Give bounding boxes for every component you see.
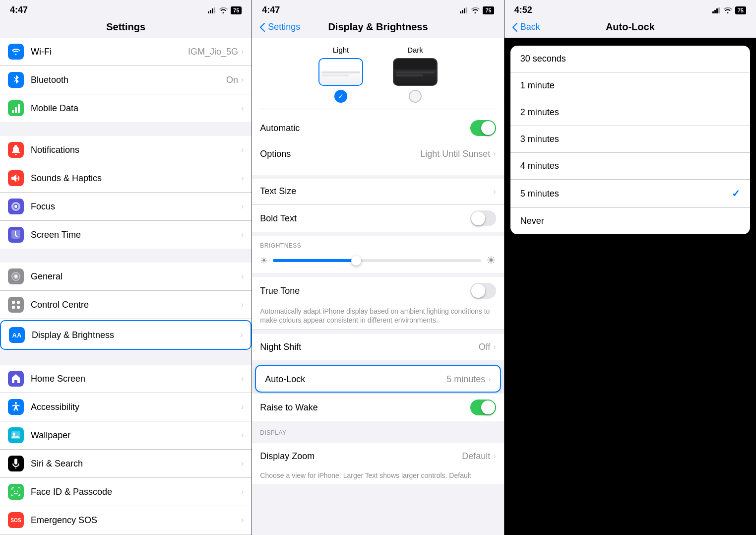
display-zoom-value: Default — [462, 451, 490, 462]
settings-item-focus[interactable]: Focus › — [0, 193, 252, 221]
focus-icon-svg — [11, 202, 20, 211]
status-icons-2: 75 — [460, 6, 494, 14]
brightness-slider-thumb — [351, 256, 361, 266]
svg-point-9 — [15, 275, 17, 278]
night-shift-item[interactable]: Night Shift Off › — [252, 334, 504, 360]
svg-rect-23 — [712, 11, 714, 13]
sun-small-icon: ☀ — [260, 255, 268, 266]
automatic-row: Automatic Options Light Until Sunset › — [260, 109, 496, 167]
settings-list: Wi-Fi IGM_Jio_5G › Bluetooth On › — [0, 38, 252, 535]
auto-lock-option-2m[interactable]: 2 minutes — [510, 99, 750, 126]
svg-rect-4 — [12, 110, 14, 113]
settings-item-screen-time[interactable]: Screen Time › — [0, 221, 252, 249]
automatic-label: Automatic — [260, 123, 470, 134]
bold-text-toggle[interactable] — [470, 210, 496, 226]
svg-rect-11 — [17, 301, 20, 304]
settings-item-accessibility[interactable]: Accessibility › — [0, 393, 252, 421]
accessibility-icon-svg — [11, 402, 20, 412]
panel3-content: 4:52 75 — [504, 0, 756, 535]
battery-badge-3: 75 — [735, 6, 746, 14]
display-brightness-icon-text: AA — [12, 332, 22, 339]
emergency-sos-icon: SOS — [8, 512, 24, 528]
settings-item-face-id[interactable]: Face ID & Passcode › — [0, 478, 252, 506]
options-item[interactable]: Options Light Until Sunset › — [260, 141, 496, 167]
display-zoom-chevron: › — [493, 452, 496, 461]
general-label: General — [31, 271, 241, 282]
dark-preview-content — [394, 69, 437, 85]
auto-lock-3m-label: 3 minutes — [520, 134, 559, 144]
light-preview-content — [319, 69, 362, 85]
auto-lock-option-5m[interactable]: 5 minutes ✓ — [510, 180, 750, 208]
focus-icon — [8, 199, 24, 214]
true-tone-toggle[interactable] — [470, 283, 496, 299]
settings-item-wifi[interactable]: Wi-Fi IGM_Jio_5G › — [0, 38, 252, 66]
light-mode-option[interactable]: Light ✓ — [318, 46, 363, 103]
display-zoom-description: Choose a view for iPhone. Larger Text sh… — [260, 471, 471, 479]
brightness-slider[interactable] — [273, 259, 481, 262]
bold-text-item[interactable]: Bold Text — [252, 204, 504, 232]
auto-lock-option-1m[interactable]: 1 minute — [510, 72, 750, 99]
back-chevron-icon-2 — [260, 23, 265, 32]
emergency-sos-chevron: › — [241, 516, 244, 525]
options-chevron: › — [493, 149, 496, 158]
light-mode-preview — [318, 58, 363, 86]
notifications-icon-svg — [12, 145, 20, 155]
settings-item-display-brightness[interactable]: AA Display & Brightness › — [0, 320, 252, 350]
mobile-data-label: Mobile Data — [31, 103, 241, 114]
light-mode-label: Light — [333, 46, 349, 54]
svg-point-7 — [14, 205, 17, 208]
svg-rect-26 — [718, 7, 720, 13]
divider-p2-6 — [252, 421, 504, 425]
auto-lock-option-30s[interactable]: 30 seconds — [510, 46, 750, 72]
auto-lock-item[interactable]: Auto-Lock 5 minutes › — [256, 366, 500, 392]
settings-item-siri[interactable]: Siri & Search › — [0, 450, 252, 478]
divider-p2-5 — [252, 360, 504, 364]
brightness-section: BRIGHTNESS ☀ ☀ — [252, 236, 504, 273]
auto-lock-option-3m[interactable]: 3 minutes — [510, 126, 750, 153]
dark-mode-option[interactable]: Dark — [393, 46, 438, 103]
auto-lock-option-never[interactable]: Never — [510, 208, 750, 234]
back-label-3: Back — [520, 22, 540, 32]
auto-lock-option-4m[interactable]: 4 minutes — [510, 153, 750, 180]
true-tone-item[interactable]: True Tone — [252, 277, 504, 305]
settings-item-mobile-data[interactable]: Mobile Data › — [0, 94, 252, 122]
text-size-item[interactable]: Text Size › — [252, 179, 504, 204]
wifi-icon-3 — [723, 7, 732, 13]
settings-item-general[interactable]: General › — [0, 263, 252, 291]
status-time-3: 4:52 — [514, 5, 532, 15]
settings-group-network: Wi-Fi IGM_Jio_5G › Bluetooth On › — [0, 38, 252, 122]
svg-rect-25 — [716, 8, 718, 13]
control-centre-icon-svg — [11, 300, 20, 309]
display-zoom-item[interactable]: Display Zoom Default › — [252, 443, 504, 469]
raise-to-wake-toggle-knob — [481, 401, 495, 414]
raise-to-wake-toggle[interactable] — [470, 400, 496, 415]
auto-lock-1m-label: 1 minute — [520, 80, 555, 91]
home-screen-icon-svg — [12, 374, 20, 383]
settings-item-wallpaper[interactable]: Wallpaper › — [0, 421, 252, 450]
accessibility-chevron: › — [241, 402, 244, 411]
back-label-2: Settings — [268, 22, 300, 32]
wifi-icon-svg — [11, 48, 20, 55]
svg-point-14 — [15, 402, 17, 404]
bluetooth-chevron: › — [241, 75, 244, 84]
settings-item-emergency-sos[interactable]: SOS Emergency SOS › — [0, 506, 252, 535]
settings-item-bluetooth[interactable]: Bluetooth On › — [0, 66, 252, 94]
settings-item-control-centre[interactable]: Control Centre › — [0, 291, 252, 319]
display-section-label: DISPLAY — [260, 429, 496, 436]
back-button-3[interactable]: Back — [512, 22, 540, 32]
night-shift-value: Off — [479, 342, 491, 352]
notifications-label: Notifications — [31, 145, 241, 155]
wallpaper-label: Wallpaper — [31, 430, 241, 441]
automatic-toggle[interactable] — [470, 120, 496, 136]
raise-to-wake-section: Raise to Wake — [252, 394, 504, 421]
auto-lock-30s-label: 30 seconds — [520, 54, 566, 64]
options-value: Light Until Sunset — [420, 149, 490, 159]
settings-item-sounds[interactable]: Sounds & Haptics › — [0, 164, 252, 193]
settings-back-button[interactable]: Settings — [260, 22, 300, 32]
divider-3 — [0, 351, 252, 365]
settings-item-notifications[interactable]: Notifications › — [0, 136, 252, 164]
raise-to-wake-item[interactable]: Raise to Wake — [252, 394, 504, 421]
automatic-item[interactable]: Automatic — [260, 115, 496, 141]
settings-item-home-screen[interactable]: Home Screen › — [0, 365, 252, 393]
svg-rect-24 — [714, 10, 716, 13]
